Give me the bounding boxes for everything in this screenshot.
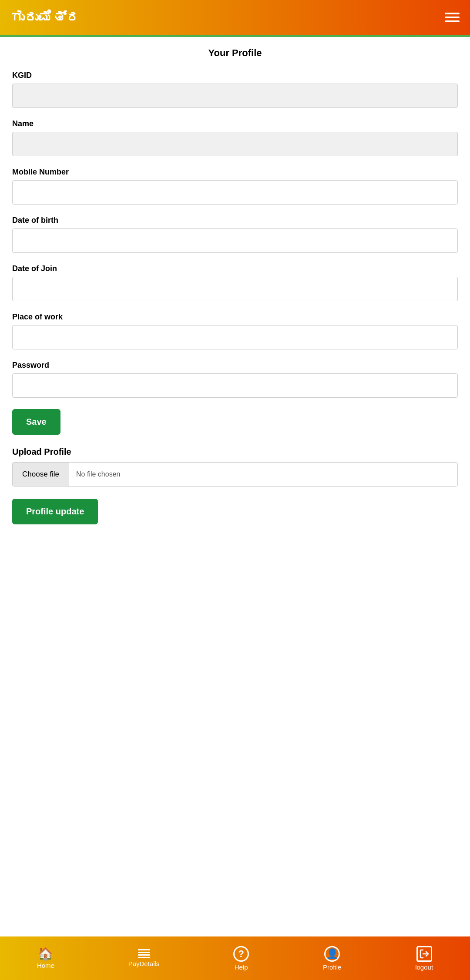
- input-dob[interactable]: [12, 228, 458, 253]
- profile-update-button[interactable]: Profile update: [12, 499, 98, 524]
- upload-label: Upload Profile: [12, 447, 458, 457]
- menu-button[interactable]: [445, 13, 460, 22]
- nav-label-pay-details: PayDetails: [128, 960, 160, 967]
- input-password[interactable]: [12, 373, 458, 398]
- label-kgid: KGID: [12, 71, 458, 80]
- no-file-text: No file chosen: [69, 470, 120, 478]
- label-name: Name: [12, 119, 458, 128]
- nav-item-logout[interactable]: logout: [415, 943, 433, 974]
- label-dob: Date of birth: [12, 216, 458, 225]
- home-icon: 🏠: [38, 948, 53, 960]
- app-logo: ಗುರುಮಿತ್ರ: [10, 10, 80, 26]
- bottom-nav: 🏠 Home PayDetails ? Help 👤 Profile logou…: [0, 936, 470, 980]
- label-password: Password: [12, 361, 458, 370]
- input-name[interactable]: [12, 132, 458, 156]
- form-group-doj: Date of Join: [12, 264, 458, 301]
- file-input-wrapper: Choose file No file chosen: [12, 462, 458, 487]
- form-group-mobile: Mobile Number: [12, 168, 458, 205]
- hamburger-line-1: [445, 13, 460, 14]
- upload-section: Upload Profile Choose file No file chose…: [12, 447, 458, 487]
- hamburger-line-2: [445, 17, 460, 18]
- profile-icon: 👤: [324, 946, 340, 962]
- label-place_of_work: Place of work: [12, 312, 458, 322]
- form-group-password: Password: [12, 361, 458, 398]
- nav-item-help[interactable]: ? Help: [233, 943, 249, 974]
- form-group-dob: Date of birth: [12, 216, 458, 253]
- input-mobile[interactable]: [12, 180, 458, 205]
- nav-label-profile: Profile: [323, 963, 342, 971]
- nav-label-logout: logout: [415, 963, 433, 971]
- choose-file-button[interactable]: Choose file: [13, 463, 69, 486]
- logout-icon: [416, 946, 432, 962]
- main-content: Your Profile KGIDNameMobile NumberDate o…: [0, 37, 470, 577]
- input-place_of_work[interactable]: [12, 325, 458, 349]
- nav-label-home: Home: [37, 962, 54, 969]
- form-group-place_of_work: Place of work: [12, 312, 458, 349]
- help-icon: ?: [233, 946, 249, 962]
- nav-item-profile[interactable]: 👤 Profile: [323, 943, 342, 974]
- input-doj[interactable]: [12, 277, 458, 301]
- label-doj: Date of Join: [12, 264, 458, 273]
- nav-item-pay-details[interactable]: PayDetails: [128, 946, 160, 971]
- save-button[interactable]: Save: [12, 409, 60, 435]
- label-mobile: Mobile Number: [12, 168, 458, 177]
- app-header: ಗುರುಮಿತ್ರ: [0, 0, 470, 35]
- form-group-name: Name: [12, 119, 458, 156]
- nav-item-home[interactable]: 🏠 Home: [37, 944, 54, 973]
- input-kgid[interactable]: [12, 84, 458, 108]
- hamburger-line-3: [445, 20, 460, 22]
- nav-label-help: Help: [235, 963, 248, 971]
- form-group-kgid: KGID: [12, 71, 458, 108]
- pay-details-icon: [138, 949, 150, 958]
- page-title: Your Profile: [12, 47, 458, 59]
